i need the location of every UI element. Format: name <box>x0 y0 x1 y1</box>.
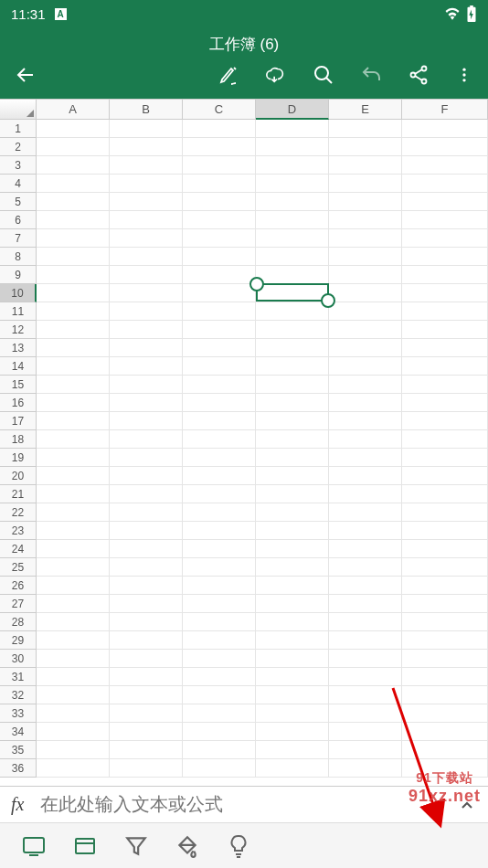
cell[interactable] <box>37 156 110 175</box>
cell[interactable] <box>256 558 329 577</box>
cell[interactable] <box>402 412 488 430</box>
share-icon[interactable] <box>408 64 430 86</box>
cell[interactable] <box>329 412 402 430</box>
cell[interactable] <box>110 302 183 321</box>
cell[interactable] <box>402 522 488 540</box>
cell[interactable] <box>183 503 256 522</box>
row-header-16[interactable]: 16 <box>0 394 37 412</box>
row-header-23[interactable]: 23 <box>0 522 37 540</box>
cell[interactable] <box>402 175 488 193</box>
cell[interactable] <box>329 522 402 540</box>
formula-input[interactable] <box>40 794 457 815</box>
cell[interactable] <box>402 613 488 631</box>
fx-label[interactable]: fx <box>11 794 24 815</box>
cell[interactable] <box>183 723 256 741</box>
cell[interactable] <box>329 650 402 668</box>
filter-icon[interactable] <box>124 834 148 858</box>
row-header-5[interactable]: 5 <box>0 193 37 211</box>
cell[interactable] <box>256 266 329 284</box>
cell[interactable] <box>183 248 256 266</box>
column-header-B[interactable]: B <box>110 100 183 120</box>
cell[interactable] <box>329 686 402 704</box>
cell[interactable] <box>329 540 402 558</box>
cell[interactable] <box>37 211 110 229</box>
row-header-21[interactable]: 21 <box>0 485 37 503</box>
cell[interactable] <box>183 759 256 778</box>
cell[interactable] <box>402 723 488 741</box>
cell[interactable] <box>256 631 329 650</box>
row-header-9[interactable]: 9 <box>0 266 37 284</box>
cell[interactable] <box>110 248 183 266</box>
cell[interactable] <box>110 412 183 430</box>
cell[interactable] <box>329 248 402 266</box>
row-header-12[interactable]: 12 <box>0 321 37 339</box>
cell[interactable] <box>110 540 183 558</box>
cell[interactable] <box>402 156 488 175</box>
cell[interactable] <box>402 357 488 376</box>
expand-formula-icon[interactable] <box>457 798 477 812</box>
cell[interactable] <box>329 759 402 778</box>
cell[interactable] <box>329 120 402 138</box>
row-header-26[interactable]: 26 <box>0 577 37 595</box>
cell[interactable] <box>110 321 183 339</box>
row-header-8[interactable]: 8 <box>0 248 37 266</box>
row-header-7[interactable]: 7 <box>0 229 37 248</box>
cell[interactable] <box>256 449 329 467</box>
cell[interactable] <box>329 394 402 412</box>
cell[interactable] <box>402 211 488 229</box>
cell[interactable] <box>37 485 110 503</box>
cell[interactable] <box>402 540 488 558</box>
cell[interactable] <box>256 485 329 503</box>
cell[interactable] <box>37 467 110 485</box>
cell[interactable] <box>183 321 256 339</box>
row-header-3[interactable]: 3 <box>0 156 37 175</box>
column-header-A[interactable]: A <box>37 100 110 120</box>
cell[interactable] <box>110 613 183 631</box>
cell[interactable] <box>402 741 488 759</box>
cell[interactable] <box>110 723 183 741</box>
row-header-15[interactable]: 15 <box>0 376 37 394</box>
cell[interactable] <box>329 211 402 229</box>
cell[interactable] <box>402 339 488 357</box>
cell[interactable] <box>402 631 488 650</box>
cell[interactable] <box>183 412 256 430</box>
cell[interactable] <box>329 229 402 248</box>
cell[interactable] <box>110 156 183 175</box>
cell[interactable] <box>37 193 110 211</box>
cell[interactable] <box>183 631 256 650</box>
cell[interactable] <box>110 376 183 394</box>
cell[interactable] <box>402 595 488 613</box>
cell[interactable] <box>183 394 256 412</box>
cell[interactable] <box>402 449 488 467</box>
cell[interactable] <box>329 357 402 376</box>
cell[interactable] <box>37 741 110 759</box>
cell[interactable] <box>256 741 329 759</box>
cell[interactable] <box>402 302 488 321</box>
cell[interactable] <box>402 759 488 778</box>
cell[interactable] <box>37 503 110 522</box>
cell[interactable] <box>37 613 110 631</box>
cell[interactable] <box>329 595 402 613</box>
cell[interactable] <box>110 284 183 302</box>
cell[interactable] <box>183 540 256 558</box>
cloud-save-icon[interactable] <box>265 64 287 86</box>
cell[interactable] <box>110 577 183 595</box>
cell[interactable] <box>256 577 329 595</box>
row-header-31[interactable]: 31 <box>0 668 37 686</box>
cell[interactable] <box>183 156 256 175</box>
cell[interactable] <box>183 430 256 449</box>
row-header-28[interactable]: 28 <box>0 613 37 631</box>
cell[interactable] <box>329 668 402 686</box>
cell[interactable] <box>110 467 183 485</box>
cell[interactable] <box>329 321 402 339</box>
row-header-11[interactable]: 11 <box>0 302 37 321</box>
cell[interactable] <box>329 175 402 193</box>
cell[interactable] <box>110 595 183 613</box>
tablet-view-icon[interactable] <box>22 834 46 858</box>
undo-icon[interactable] <box>360 64 382 86</box>
cell[interactable] <box>256 248 329 266</box>
row-header-1[interactable]: 1 <box>0 120 37 138</box>
cell[interactable] <box>402 248 488 266</box>
cell[interactable] <box>37 284 110 302</box>
cell[interactable] <box>329 577 402 595</box>
